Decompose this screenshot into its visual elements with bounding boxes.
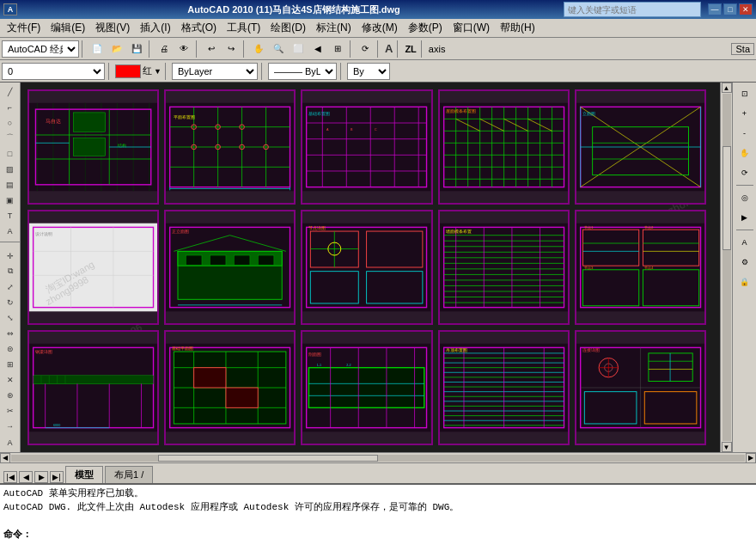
- menu-view[interactable]: 视图(V): [90, 19, 135, 37]
- color-dropdown[interactable]: ▼: [154, 67, 162, 76]
- maximize-button[interactable]: □: [723, 3, 737, 15]
- svg-rect-119: [440, 223, 568, 312]
- dwg-cell-4[interactable]: 屋面檩条布置图: [438, 89, 570, 205]
- scroll-up-button[interactable]: ▲: [722, 83, 732, 93]
- lt-mirror[interactable]: ⇔: [2, 326, 19, 340]
- lt-properties[interactable]: A: [2, 436, 19, 450]
- dwg-cell-5[interactable]: 立面图: [575, 89, 706, 205]
- lt-stretch[interactable]: ⤢: [2, 279, 19, 294]
- lt-gradient[interactable]: ▤: [2, 177, 19, 192]
- dwg-cell-14[interactable]: 吊顶布置图: [438, 330, 570, 445]
- rt-lock[interactable]: 🔒: [735, 272, 754, 291]
- dwg-cell-1[interactable]: 马自达 结构: [27, 89, 159, 205]
- tab-model[interactable]: 模型: [65, 466, 103, 483]
- rt-zoom-extent[interactable]: ⊡: [735, 84, 754, 103]
- new-button[interactable]: 📄: [88, 40, 107, 58]
- undo-button[interactable]: ↩: [202, 40, 221, 58]
- tab-next-button[interactable]: ▶: [34, 471, 48, 483]
- tab-layout1[interactable]: 布局1 /: [105, 466, 153, 483]
- menu-param[interactable]: 参数(P): [403, 19, 448, 37]
- rt-zoom-in[interactable]: +: [735, 104, 754, 123]
- rt-navswheel[interactable]: ◎: [735, 188, 754, 207]
- lt-region[interactable]: ▣: [2, 193, 19, 208]
- lt-move[interactable]: ✛: [2, 248, 19, 263]
- lt-offset[interactable]: ⊜: [2, 341, 19, 356]
- print-button[interactable]: 🖨: [155, 40, 174, 58]
- v-scrollbar[interactable]: ▲ ▼: [720, 83, 732, 452]
- menu-file[interactable]: 文件(F): [2, 19, 46, 37]
- lt-mtext[interactable]: A: [2, 224, 19, 239]
- search-input[interactable]: [564, 2, 701, 17]
- dwg-cell-8[interactable]: 节点详图: [301, 210, 432, 325]
- rt-zoom-out[interactable]: -: [735, 124, 754, 143]
- zoom-button[interactable]: 🔍: [269, 40, 288, 58]
- 3d-nav-button[interactable]: ⟳: [356, 40, 375, 58]
- plot-style-selector[interactable]: By: [347, 63, 390, 80]
- layer-selector[interactable]: 0: [2, 63, 105, 80]
- open-button[interactable]: 📂: [107, 40, 126, 58]
- dwg-cell-7[interactable]: 正立面图: [164, 210, 296, 325]
- menu-window[interactable]: 窗口(W): [448, 19, 495, 37]
- preview-button[interactable]: 👁: [174, 40, 193, 58]
- tab-prev-button[interactable]: ◀: [19, 471, 33, 483]
- rt-showmotion[interactable]: ▶: [735, 208, 754, 227]
- menu-dim[interactable]: 标注(N): [311, 19, 357, 37]
- lt-polyline[interactable]: ⌐: [2, 100, 19, 114]
- zoom-window-button[interactable]: ⬜: [289, 40, 308, 58]
- tab-last-button[interactable]: ▶|: [50, 471, 64, 483]
- lt-text[interactable]: T: [2, 209, 19, 223]
- menu-modify[interactable]: 修改(M): [357, 19, 403, 37]
- scroll-left-button[interactable]: ◀: [0, 453, 10, 463]
- menu-format[interactable]: 格式(O): [176, 19, 222, 37]
- lt-rectangle[interactable]: □: [2, 146, 19, 161]
- scroll-right-button[interactable]: ▶: [746, 453, 756, 463]
- lt-copy[interactable]: ⧉: [2, 264, 19, 279]
- lt-circle[interactable]: ○: [2, 115, 19, 130]
- lineweight-selector[interactable]: ——— ByLayer: [268, 63, 337, 80]
- zoom-extent-button[interactable]: ⊞: [328, 40, 347, 58]
- rt-annotation[interactable]: A: [735, 233, 754, 252]
- lt-arc[interactable]: ⌒: [2, 131, 19, 145]
- dwg-cell-12[interactable]: 基础平面图: [164, 330, 296, 445]
- lt-trim[interactable]: ✂: [2, 404, 19, 419]
- lt-explode[interactable]: ⊛: [2, 389, 19, 403]
- dwg-cell-13[interactable]: 剖面图 1-1 2-2: [301, 330, 432, 445]
- menu-edit[interactable]: 编辑(E): [46, 19, 90, 37]
- linetype-selector[interactable]: ByLayer: [172, 63, 258, 80]
- dwg-cell-6[interactable]: 淘宝ID:wang zhong9998 设计说明: [27, 210, 159, 325]
- lt-draw-line[interactable]: ╱: [2, 84, 19, 99]
- cmd-prompt-line: 命令：: [3, 528, 753, 542]
- menu-help[interactable]: 帮助(H): [495, 19, 540, 37]
- lt-extend[interactable]: →: [2, 419, 19, 434]
- close-button[interactable]: ✕: [739, 3, 753, 15]
- minimize-button[interactable]: —: [708, 3, 722, 15]
- rt-orbit[interactable]: ⟳: [735, 163, 754, 182]
- lt-scale[interactable]: ⤡: [2, 310, 19, 325]
- dwg-cell-11[interactable]: 钢梁详图 6000: [27, 330, 159, 445]
- menu-tools[interactable]: 工具(T): [222, 19, 265, 37]
- menu-draw[interactable]: 绘图(D): [265, 19, 311, 37]
- scroll-down-button[interactable]: ▼: [722, 442, 732, 452]
- dwg-cell-15[interactable]: 连接详图: [575, 330, 706, 445]
- rt-pan[interactable]: ✋: [735, 144, 754, 162]
- dwg-cell-3[interactable]: 基础布置图 A B C: [301, 89, 432, 205]
- dwg-cell-9[interactable]: 墙面檩条布置: [438, 210, 570, 325]
- rt-workspace[interactable]: ⚙: [735, 253, 754, 272]
- scroll-thumb[interactable]: [722, 146, 731, 250]
- lt-rotate[interactable]: ↻: [2, 295, 19, 309]
- lt-array[interactable]: ⊞: [2, 358, 19, 372]
- save-button[interactable]: 💾: [127, 40, 146, 58]
- dwg-cell-2[interactable]: 平面布置图: [164, 89, 296, 205]
- h-scroll-thumb[interactable]: [158, 455, 378, 462]
- workspace-selector[interactable]: AutoCAD 经典: [2, 40, 79, 58]
- lt-hatch[interactable]: ▨: [2, 162, 19, 176]
- canvas-area[interactable]: 淘宝ID:wangzhong9998 淘宝ID:wangzhong9998 淘宝…: [21, 83, 732, 452]
- tab-first-button[interactable]: |◀: [3, 471, 17, 483]
- lt-erase[interactable]: ✕: [2, 373, 19, 388]
- dwg-cell-10[interactable]: 节点1 节点2 节点3 节点4: [575, 210, 706, 325]
- zoom-prev-button[interactable]: ◀: [308, 40, 327, 58]
- pan-button[interactable]: ✋: [249, 40, 268, 58]
- svg-rect-40: [302, 103, 430, 192]
- menu-insert[interactable]: 插入(I): [135, 19, 175, 37]
- redo-button[interactable]: ↪: [222, 40, 241, 58]
